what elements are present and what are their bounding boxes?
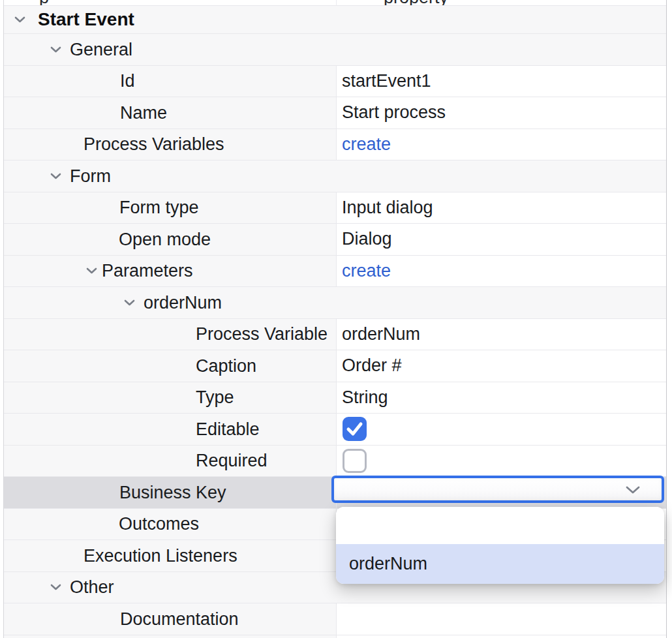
tree-row-open-mode[interactable]: Open mode Dialog: [4, 224, 666, 256]
tree-row-parameters[interactable]: Parameters create: [4, 256, 666, 288]
property-value[interactable]: Input dialog: [342, 198, 433, 218]
row-label: Other: [70, 577, 114, 598]
checkbox-unchecked[interactable]: [343, 449, 367, 473]
tree-row-ordernum[interactable]: orderNum: [4, 287, 666, 319]
dropdown-item-empty[interactable]: [336, 507, 664, 544]
row-label: Required: [196, 451, 267, 471]
tree-row-general[interactable]: General: [4, 34, 666, 66]
chevron-down-icon[interactable]: [14, 16, 25, 23]
row-label: Start Event: [38, 9, 134, 30]
row-label: Form: [70, 166, 111, 186]
chevron-down-icon[interactable]: [86, 267, 97, 275]
tree-row-caption[interactable]: Caption Order #: [4, 350, 666, 382]
tree-row-form[interactable]: Form: [4, 160, 666, 192]
checkbox-checked[interactable]: [343, 417, 367, 441]
tree-row-start-event[interactable]: Start Event: [4, 6, 666, 35]
business-key-dropdown: orderNum: [336, 507, 664, 584]
property-value[interactable]: Order #: [342, 356, 402, 376]
column-divider: [336, 0, 337, 5]
row-label: Process Variable: [196, 324, 328, 344]
tree-row-name[interactable]: Name Start process: [4, 97, 666, 129]
tree-row-documentation[interactable]: Documentation: [4, 603, 666, 635]
row-label: Id: [120, 71, 135, 91]
dropdown-item-highlighted[interactable]: orderNum: [336, 544, 664, 584]
tree-row-id[interactable]: Id startEvent1: [4, 66, 666, 98]
chevron-down-icon[interactable]: [124, 299, 135, 307]
chevron-down-icon[interactable]: [626, 485, 640, 494]
clipped-text-fragment: p: [39, 0, 49, 6]
row-label: Outcomes: [119, 514, 199, 534]
chevron-down-icon[interactable]: [50, 583, 61, 591]
property-value[interactable]: String: [342, 387, 388, 408]
row-label: Business Key: [119, 482, 226, 502]
row-label: Process Variables: [84, 134, 224, 155]
row-label: orderNum: [144, 292, 222, 312]
clipped-top-row: p property: [4, 0, 666, 6]
tree-row-editable[interactable]: Editable: [4, 414, 666, 446]
create-link[interactable]: create: [342, 261, 391, 281]
chevron-down-icon[interactable]: [50, 172, 61, 180]
row-label: Form type: [119, 198, 199, 218]
tree-row-required[interactable]: Required: [4, 446, 666, 478]
chevron-down-icon[interactable]: [50, 46, 61, 53]
row-label: General: [70, 39, 132, 59]
row-label: Documentation: [120, 609, 239, 629]
create-link[interactable]: create: [342, 134, 391, 155]
row-label: Caption: [196, 356, 256, 376]
properties-panel: p property Start Event General Id startE…: [3, 0, 667, 638]
clipped-text-fragment: property: [384, 0, 448, 6]
row-label: Execution Listeners: [84, 545, 237, 566]
tree-row-process-variables[interactable]: Process Variables create: [4, 129, 666, 161]
tree-row-type[interactable]: Type String: [4, 382, 666, 414]
property-value[interactable]: Start process: [342, 102, 446, 123]
tree-row-business-key[interactable]: Business Key: [4, 477, 666, 509]
row-label: Parameters: [102, 261, 193, 281]
row-label: Name: [120, 102, 167, 123]
property-value[interactable]: orderNum: [342, 324, 420, 344]
tree-row-form-type[interactable]: Form type Input dialog: [4, 192, 666, 224]
tree-row-process-variable[interactable]: Process Variable orderNum: [4, 319, 666, 351]
property-value[interactable]: Dialog: [342, 229, 392, 249]
row-label: Open mode: [119, 229, 211, 249]
business-key-combobox[interactable]: [331, 476, 664, 503]
row-label: Editable: [196, 419, 260, 439]
property-value[interactable]: startEvent1: [342, 71, 431, 91]
row-label: Type: [196, 387, 234, 408]
clipped-bottom-row: [4, 635, 666, 638]
